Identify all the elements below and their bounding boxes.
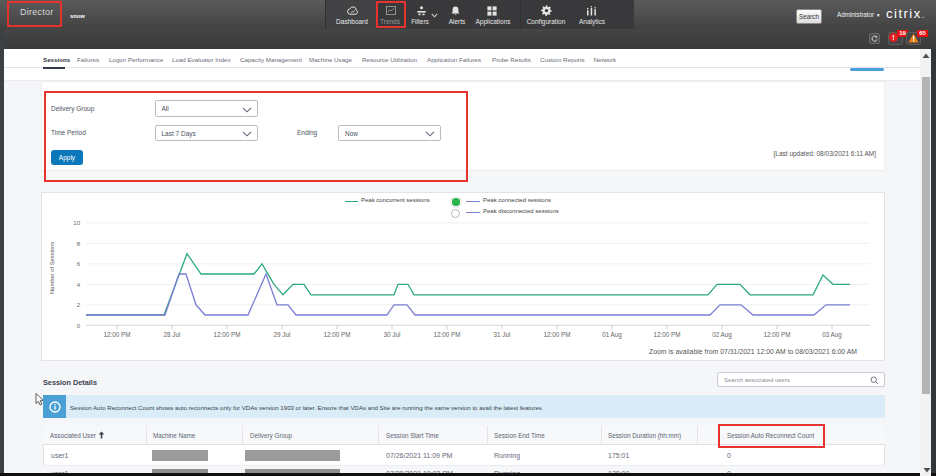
svg-text:12:00 PM: 12:00 PM [324,331,351,338]
svg-text:03 Aug: 03 Aug [822,331,842,339]
svg-text:0: 0 [77,323,81,329]
svg-text:01 Aug: 01 Aug [602,331,622,339]
svg-text:8: 8 [77,241,81,247]
svg-text:4: 4 [77,282,81,288]
svg-text:12:00 PM: 12:00 PM [764,331,791,338]
svg-text:12:00 PM: 12:00 PM [214,331,241,338]
svg-text:12:00 PM: 12:00 PM [434,331,461,338]
svg-text:02 Aug: 02 Aug [712,331,732,339]
svg-text:12:00 PM: 12:00 PM [104,331,131,338]
svg-text:10: 10 [73,220,80,226]
svg-text:29 Jul: 29 Jul [274,331,291,338]
svg-text:2: 2 [77,302,81,308]
svg-text:30 Jul: 30 Jul [384,331,401,338]
svg-text:6: 6 [77,261,81,267]
svg-text:12:00 PM: 12:00 PM [654,331,681,338]
svg-text:31 Jul: 31 Jul [494,331,511,338]
svg-text:28 Jul: 28 Jul [164,331,181,338]
svg-text:12:00 PM: 12:00 PM [544,331,571,338]
